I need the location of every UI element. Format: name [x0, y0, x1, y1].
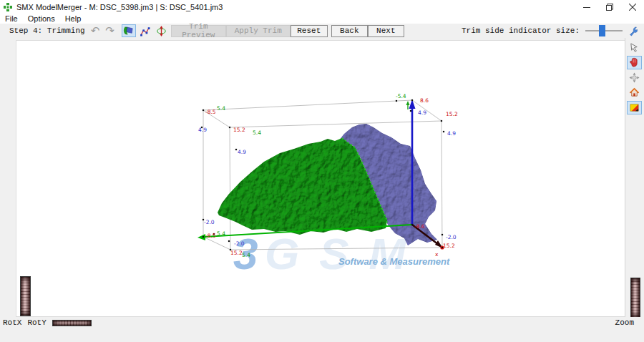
minimize-icon — [583, 4, 590, 11]
3d-viewport[interactable]: 3 GSM Software & Measurement — [16, 40, 625, 317]
maximize-icon — [606, 4, 613, 11]
trim-size-label: Trim side indicator size: — [462, 26, 580, 35]
box-tick-dot — [411, 224, 413, 225]
menu-options[interactable]: Options — [23, 14, 60, 23]
box-tick-dot — [229, 127, 230, 128]
box-tick-dot — [443, 131, 444, 132]
zoom-slider[interactable] — [630, 278, 640, 318]
box-tick-dot — [441, 234, 443, 235]
window-controls — [575, 0, 644, 14]
trim-polyline-tool-button[interactable] — [138, 24, 152, 37]
box-tick-dot — [203, 236, 204, 238]
axis-manipulator-icon — [155, 25, 167, 37]
menu-file[interactable]: File — [0, 14, 23, 23]
redo-icon[interactable]: ↷ — [105, 26, 114, 36]
box-corner-label: 4.9 — [447, 130, 456, 137]
lasso-select-button[interactable] — [627, 41, 642, 54]
wrench-icon — [628, 25, 639, 36]
box-tick-dot — [235, 149, 237, 150]
minimize-button[interactable] — [575, 0, 598, 14]
settings-tool-button[interactable] — [625, 24, 641, 37]
home-icon — [629, 87, 640, 98]
trim-preview-button[interactable]: Trim Preview — [171, 25, 226, 37]
color-texture-icon — [629, 102, 640, 113]
box-corner-label: 4.9 — [238, 149, 246, 155]
box-corner-label: -2.0 — [204, 219, 215, 225]
zoom-label: Zoom — [615, 318, 634, 327]
menu-bar: File Options Help — [0, 14, 644, 24]
back-button[interactable]: Back — [331, 25, 368, 37]
toolbar: Step 4: Trimming ↶ ↷ Trim Preview Apply … — [0, 24, 644, 39]
box-corner-label: -8.5 — [205, 109, 216, 115]
pan-hand-icon — [629, 57, 640, 68]
box-corner-label: 15.2 — [230, 250, 243, 256]
box-corner-label: 8.6 — [420, 97, 429, 104]
reset-view-button[interactable] — [627, 86, 642, 99]
window-title: SMX ModelMerger - M: DSC_5398.jm3 | S: D… — [16, 3, 223, 11]
pan-tool-button[interactable] — [627, 56, 642, 69]
trim-size-slider[interactable] — [585, 25, 623, 36]
next-button[interactable]: Next — [368, 25, 404, 37]
box-tick-dot — [411, 99, 413, 101]
box-corner-label: 15.2 — [233, 127, 245, 133]
roty-slider[interactable] — [52, 320, 92, 326]
close-icon — [629, 4, 636, 11]
app-icon — [4, 3, 12, 11]
rotate-view-button[interactable] — [627, 71, 642, 84]
box-corner-label: 5.4 — [253, 130, 261, 136]
reset-button[interactable]: Reset — [291, 25, 328, 37]
box-corner-label: -2.0 — [234, 240, 245, 247]
maximize-button[interactable] — [598, 0, 621, 14]
main-area: 3 GSM Software & Measurement — [0, 38, 644, 317]
box-corner-label: -8.5 — [205, 233, 216, 239]
rotx-label: RotX — [3, 318, 21, 327]
step-label: Step 4: Trimming — [9, 26, 85, 35]
y-axis-arrowhead — [197, 234, 205, 240]
box-tick-dot — [396, 100, 397, 102]
box-corner-label: -2.0 — [446, 234, 457, 240]
polyline-points-icon — [139, 25, 151, 37]
3d-scene: 3 GSM Software & Measurement — [16, 41, 625, 316]
close-button[interactable] — [621, 0, 644, 14]
trim-region-icon — [122, 25, 135, 37]
box-corner-label: 15.2 — [446, 111, 458, 117]
rotx-slider[interactable] — [20, 276, 31, 316]
box-corner-label: 5.4 — [217, 105, 225, 112]
watermark-subtitle: Software & Measurement — [338, 256, 450, 267]
undo-icon[interactable]: ↶ — [91, 26, 100, 36]
box-corner-label: -8.6 — [414, 223, 425, 230]
box-corner-label: x — [435, 251, 439, 258]
box-corner-label: 4.9 — [418, 109, 426, 116]
roty-label: RotY — [27, 318, 46, 327]
box-corner-label: 5.4 — [242, 252, 250, 258]
box-tick-dot — [203, 109, 204, 111]
box-corner-label: 4.9 — [198, 127, 207, 133]
menu-help[interactable]: Help — [60, 14, 87, 23]
slider-handle[interactable] — [599, 25, 605, 36]
box-tick-dot — [228, 240, 230, 242]
manipulator-tool-button[interactable] — [155, 24, 169, 37]
apply-trim-button[interactable]: Apply Trim — [226, 25, 291, 37]
right-tool-strip — [625, 38, 644, 317]
box-corner-label: 15.2 — [443, 243, 455, 249]
lasso-select-icon — [629, 42, 640, 53]
compass-arrows-icon — [629, 72, 640, 83]
title-bar: SMX ModelMerger - M: DSC_5398.jm3 | S: D… — [0, 0, 644, 14]
box-tick-dot — [441, 120, 442, 122]
texture-mode-button[interactable] — [627, 101, 642, 114]
box-corner-label: -5.4 — [396, 93, 406, 99]
status-bar: RotX RotY Zoom — [0, 317, 644, 342]
trim-region-tool-button[interactable] — [122, 24, 136, 37]
box-tick-dot — [410, 110, 411, 112]
box-corner-label: 5.4 — [217, 230, 225, 237]
